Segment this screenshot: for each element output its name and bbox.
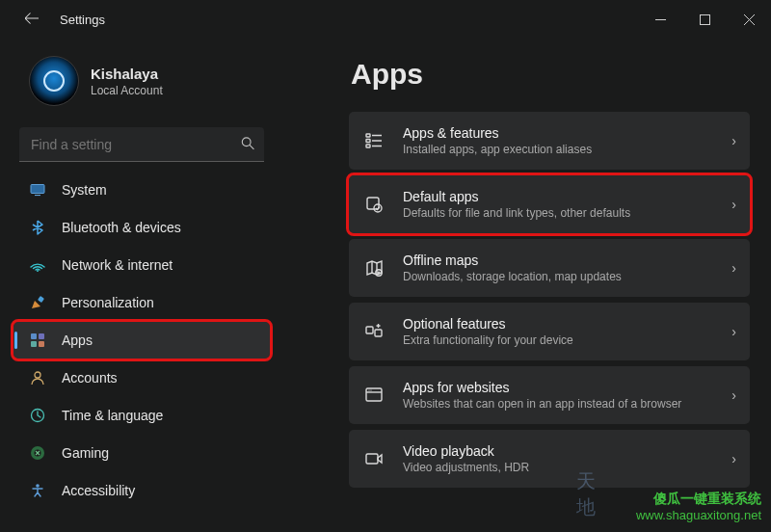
svg-rect-0 xyxy=(700,14,709,24)
card-apps-websites[interactable]: Apps for websites Websites that can open… xyxy=(349,366,750,424)
sidebar-item-label: Gaming xyxy=(62,445,109,461)
chevron-right-icon: › xyxy=(731,324,736,339)
sidebar-item-accessibility[interactable]: Accessibility xyxy=(13,472,270,509)
sidebar-item-label: Apps xyxy=(62,332,93,348)
svg-rect-16 xyxy=(366,140,370,143)
sidebar: Kishalaya Local Account System Bluetooth… xyxy=(12,39,281,510)
window-controls xyxy=(638,0,771,39)
system-icon xyxy=(27,182,48,198)
card-title: Default apps xyxy=(403,189,731,204)
svg-rect-2 xyxy=(31,185,44,194)
search xyxy=(19,127,264,162)
chevron-right-icon: › xyxy=(731,133,736,148)
video-icon xyxy=(362,449,386,468)
sidebar-item-network[interactable]: Network & internet xyxy=(13,247,270,283)
default-apps-icon xyxy=(362,195,386,214)
sidebar-item-apps[interactable]: Apps xyxy=(13,322,270,359)
sidebar-item-label: Accessibility xyxy=(62,483,135,498)
svg-rect-5 xyxy=(38,296,44,303)
card-sub: Extra functionality for your device xyxy=(403,333,731,347)
bluetooth-icon xyxy=(27,220,48,235)
watermark-line2: www.shaguaxitong.net xyxy=(636,508,761,522)
sidebar-item-label: Accounts xyxy=(62,370,118,386)
close-button[interactable] xyxy=(727,0,771,39)
apps-features-icon xyxy=(362,131,386,150)
card-sub: Downloads, storage location, map updates xyxy=(403,270,731,283)
svg-rect-3 xyxy=(35,195,40,196)
sidebar-item-label: System xyxy=(62,182,107,198)
card-apps-features[interactable]: Apps & features Installed apps, app exec… xyxy=(349,112,750,170)
content-area: Kishalaya Local Account System Bluetooth… xyxy=(0,39,771,510)
profile[interactable]: Kishalaya Local Account xyxy=(29,56,272,106)
accessibility-icon xyxy=(27,483,48,498)
svg-rect-6 xyxy=(31,333,37,339)
maps-icon xyxy=(362,258,386,278)
sidebar-item-label: Personalization xyxy=(62,295,154,310)
page-title: Apps xyxy=(351,58,750,91)
profile-sub: Local Account xyxy=(91,84,163,97)
chevron-right-icon: › xyxy=(731,387,736,403)
profile-text: Kishalaya Local Account xyxy=(91,66,163,97)
apps-icon xyxy=(27,332,48,348)
svg-rect-15 xyxy=(366,134,370,137)
chevron-right-icon: › xyxy=(731,451,736,466)
svg-rect-22 xyxy=(375,330,382,336)
titlebar: Settings xyxy=(0,0,771,39)
card-video-playback[interactable]: Video playback Video adjustments, HDR › xyxy=(349,430,750,488)
sidebar-item-bluetooth[interactable]: Bluetooth & devices xyxy=(13,209,270,246)
svg-point-14 xyxy=(36,484,40,488)
window-title: Settings xyxy=(60,13,105,27)
sidebar-item-personalization[interactable]: Personalization xyxy=(13,284,270,321)
accounts-icon xyxy=(27,370,48,386)
svg-point-1 xyxy=(242,138,251,146)
search-input[interactable] xyxy=(19,127,264,162)
card-title: Video playback xyxy=(403,443,731,459)
sidebar-item-system[interactable]: System xyxy=(13,172,270,208)
card-offline-maps[interactable]: Offline maps Downloads, storage location… xyxy=(349,239,750,297)
svg-rect-7 xyxy=(39,333,44,339)
nav-list: System Bluetooth & devices Network & int… xyxy=(12,172,272,509)
personalization-icon xyxy=(27,295,48,310)
chevron-right-icon: › xyxy=(731,260,736,276)
maximize-button[interactable] xyxy=(682,0,727,39)
websites-icon xyxy=(362,386,386,405)
sidebar-item-label: Network & internet xyxy=(62,257,173,273)
sidebar-item-label: Time & language xyxy=(62,408,163,423)
profile-name: Kishalaya xyxy=(91,66,163,82)
search-icon xyxy=(241,137,254,153)
card-title: Apps for websites xyxy=(403,380,731,395)
card-optional-features[interactable]: Optional features Extra functionality fo… xyxy=(349,303,750,360)
svg-point-10 xyxy=(35,372,40,378)
optional-icon xyxy=(362,322,386,341)
settings-cards: Apps & features Installed apps, app exec… xyxy=(349,112,750,488)
card-title: Optional features xyxy=(403,316,731,332)
chevron-right-icon: › xyxy=(731,197,736,212)
svg-rect-17 xyxy=(366,145,370,147)
minimize-button[interactable] xyxy=(638,0,682,39)
svg-point-25 xyxy=(370,389,371,390)
card-sub: Video adjustments, HDR xyxy=(403,461,731,474)
card-default-apps[interactable]: Default apps Defaults for file and link … xyxy=(349,175,750,233)
sidebar-item-time[interactable]: Time & language xyxy=(13,397,270,434)
sidebar-item-label: Bluetooth & devices xyxy=(62,220,181,235)
card-title: Apps & features xyxy=(403,125,731,141)
sidebar-item-accounts[interactable]: Accounts xyxy=(13,359,270,396)
card-sub: Installed apps, app execution aliases xyxy=(403,143,731,156)
svg-rect-18 xyxy=(367,198,379,209)
svg-rect-21 xyxy=(366,327,373,333)
network-icon xyxy=(27,257,48,273)
sidebar-item-gaming[interactable]: Gaming xyxy=(13,435,270,471)
svg-rect-8 xyxy=(31,341,37,347)
avatar xyxy=(29,56,79,106)
card-title: Offline maps xyxy=(403,253,731,268)
card-sub: Defaults for file and link types, other … xyxy=(403,206,731,220)
time-icon xyxy=(27,408,48,423)
svg-rect-23 xyxy=(366,388,382,401)
svg-rect-9 xyxy=(39,341,44,347)
card-sub: Websites that can open in an app instead… xyxy=(403,397,731,411)
back-button[interactable] xyxy=(21,12,42,28)
svg-rect-26 xyxy=(366,454,378,464)
gaming-icon xyxy=(27,445,48,461)
main-pane: Apps Apps & features Installed apps, app… xyxy=(281,39,759,510)
svg-point-24 xyxy=(368,389,369,390)
